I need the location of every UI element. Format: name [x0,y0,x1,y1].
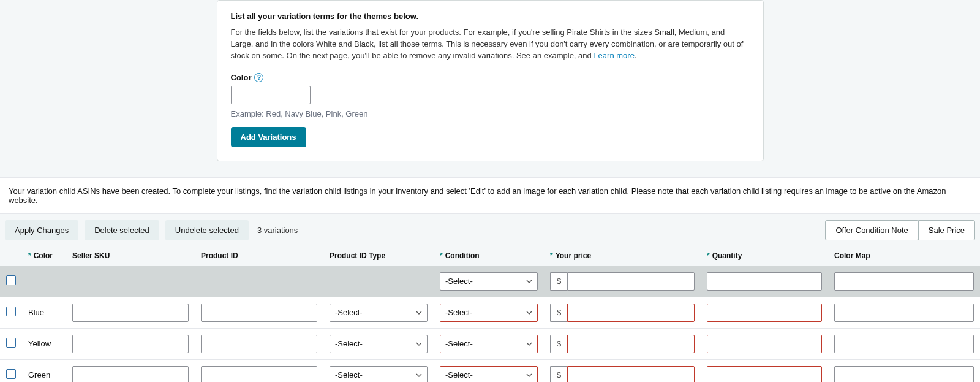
product-id-type-select[interactable]: -Select- [330,335,428,353]
condition-select[interactable]: -Select- [440,304,538,322]
card-desc-text: For the fields below, list the variation… [231,28,744,60]
quantity-input[interactable] [707,335,822,353]
product-id-input[interactable] [201,304,317,322]
price-field: $ [550,304,695,322]
price-input[interactable] [567,366,695,382]
bulk-quantity-input[interactable] [707,272,822,291]
color-input[interactable] [231,86,311,104]
header-price: *Your price [544,246,701,266]
variations-count: 3 variations [257,226,298,235]
table-row: Blue-Select--Select-$ [0,297,980,328]
row-color-value: Yellow [28,339,51,348]
select-value: -Select- [445,277,473,286]
delete-selected-button[interactable]: Delete selected [85,220,159,240]
chevron-down-icon [526,342,532,346]
select-value: -Select- [445,370,473,380]
currency-prefix: $ [550,335,567,353]
product-id-input[interactable] [201,335,317,353]
product-id-type-select[interactable]: -Select- [330,366,428,382]
chevron-down-icon [526,280,532,283]
variations-table: *Color Seller SKU Product ID Product ID … [0,246,980,382]
header-color: *Color [22,246,66,266]
sale-price-button[interactable]: Sale Price [918,220,975,240]
color-label-text: Color [231,73,252,82]
seller-sku-input[interactable] [72,335,189,353]
condition-select[interactable]: -Select- [440,335,538,353]
bulk-price-input[interactable] [567,272,695,291]
chevron-down-icon [526,373,532,377]
variations-toolbar: Apply Changes Delete selected Undelete s… [0,214,980,246]
chevron-down-icon [526,311,532,315]
card-description: For the fields below, list the variation… [231,27,750,62]
price-input[interactable] [567,335,695,353]
select-value: -Select- [445,339,473,348]
row-color-value: Blue [28,308,44,317]
row-color-value: Green [28,370,50,380]
table-header-row: *Color Seller SKU Product ID Product ID … [0,246,980,266]
bulk-color-map-input[interactable] [834,272,974,291]
select-value: -Select- [335,339,363,348]
select-value: -Select- [335,370,363,380]
table-row: Green-Select--Select-$ [0,359,980,382]
seller-sku-input[interactable] [72,366,189,382]
chevron-down-icon [416,342,422,346]
card-title: List all your variation terms for the th… [231,12,750,21]
color-map-input[interactable] [834,335,974,353]
header-product-id: Product ID [195,246,323,266]
price-field: $ [550,366,695,382]
help-icon[interactable]: ? [254,73,263,82]
color-example-text: Example: Red, Navy Blue, Pink, Green [231,109,750,118]
quantity-input[interactable] [707,366,822,382]
select-all-checkbox[interactable] [6,275,16,285]
color-map-input[interactable] [834,304,974,322]
row-checkbox[interactable] [6,369,16,379]
row-checkbox[interactable] [6,338,16,348]
asin-created-notice: Your variation child ASINs have been cre… [0,177,980,214]
header-condition: *Condition [434,246,544,266]
header-sku: Seller SKU [66,246,195,266]
chevron-down-icon [416,311,422,315]
row-checkbox[interactable] [6,307,16,316]
header-quantity: *Quantity [701,246,828,266]
product-id-type-select[interactable]: -Select- [330,304,428,322]
bulk-edit-row: -Select- $ [0,266,980,297]
price-input[interactable] [567,304,695,322]
learn-more-link[interactable]: Learn more [594,51,634,60]
seller-sku-input[interactable] [72,304,189,322]
select-value: -Select- [445,308,473,317]
apply-changes-button[interactable]: Apply Changes [5,220,78,240]
undelete-selected-button[interactable]: Undelete selected [165,220,249,240]
bulk-price-field: $ [550,272,695,291]
header-product-id-type: Product ID Type [323,246,434,266]
condition-select[interactable]: -Select- [440,366,538,382]
color-field-label: Color ? [231,73,750,82]
currency-prefix: $ [550,272,567,291]
currency-prefix: $ [550,304,567,322]
select-value: -Select- [335,308,363,317]
chevron-down-icon [416,373,422,377]
price-field: $ [550,335,695,353]
color-map-input[interactable] [834,366,974,382]
bulk-condition-select[interactable]: -Select- [440,272,538,291]
header-color-map: Color Map [828,246,980,266]
product-id-input[interactable] [201,366,317,382]
currency-prefix: $ [550,366,567,382]
variations-card: List all your variation terms for the th… [217,0,764,161]
table-row: Yellow-Select--Select-$ [0,328,980,359]
offer-condition-note-button[interactable]: Offer Condition Note [825,220,918,240]
quantity-input[interactable] [707,304,822,322]
add-variations-button[interactable]: Add Variations [231,127,306,147]
